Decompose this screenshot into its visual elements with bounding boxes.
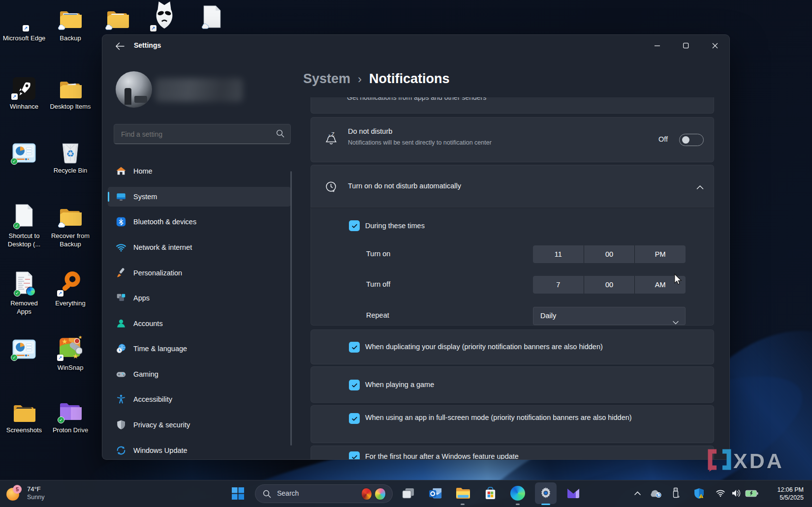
desktop-icon-backup[interactable]: Backup <box>49 4 92 42</box>
sync-check-icon: ✓ <box>11 354 18 361</box>
sync-check-icon: ✓ <box>13 222 20 229</box>
turn-off-hour[interactable]: 7 <box>533 276 584 294</box>
sidebar-item-gaming[interactable]: Gaming <box>108 364 291 384</box>
turn-on-time-picker[interactable]: 11 00 PM <box>533 245 686 263</box>
xda-text: XDA <box>733 449 784 473</box>
search-box[interactable] <box>114 124 291 144</box>
sidebar-item-accessibility[interactable]: Accessibility <box>108 389 291 409</box>
toggle-knob <box>682 136 689 144</box>
maximize-button[interactable] <box>675 37 697 55</box>
desktop-icon-desktop-items[interactable]: Desktop Items <box>49 72 92 111</box>
taskbar-search[interactable]: Search <box>255 484 393 503</box>
minimize-button[interactable] <box>646 37 669 55</box>
windows-security-shield-icon[interactable] <box>691 485 707 501</box>
turn-on-hour[interactable]: 11 <box>533 245 584 263</box>
microsoft-store-button[interactable] <box>482 485 498 501</box>
turn-on-minute[interactable]: 00 <box>584 245 635 263</box>
battery-icon[interactable] <box>744 485 759 501</box>
desktop-icon-shortcut-to-desktop[interactable]: ✓ Shortcut to Desktop (... <box>2 202 46 248</box>
svg-text:★: ★ <box>62 337 67 345</box>
start-button[interactable] <box>230 485 246 501</box>
playing-game-checkbox[interactable] <box>349 380 360 390</box>
turn-off-label: Turn off <box>366 280 390 288</box>
settings-taskbar-button[interactable] <box>535 482 557 504</box>
sidebar-item-windows-update[interactable]: Windows Update <box>108 441 291 460</box>
shortcut-arrow-icon: ↗ <box>23 25 29 31</box>
desktop-icon-winhance[interactable]: ↗ Winhance <box>2 72 46 111</box>
dnd-bell-icon: zZ <box>324 132 339 149</box>
tray-clock[interactable]: 12:06 PM 5/5/2025 <box>777 486 804 502</box>
desktop-icon-document[interactable] <box>190 3 234 33</box>
close-button[interactable] <box>704 37 726 55</box>
turn-off-time-picker[interactable]: 7 00 AM <box>533 276 686 294</box>
sidebar-item-network-internet[interactable]: Network & internet <box>108 238 291 257</box>
desktop-icon-recover-from-backup[interactable]: Recover from Backup <box>49 202 92 248</box>
during-these-times-checkbox[interactable] <box>349 220 360 231</box>
sidebar-item-bluetooth-devices[interactable]: Bluetooth & devices <box>108 212 291 232</box>
notifications-row-clipped[interactable]: Get notifications from apps and other se… <box>311 97 714 114</box>
task-view-icon <box>402 487 415 500</box>
store-icon <box>484 487 497 500</box>
desktop-icon-microsoft-edge[interactable]: ↗ Microsoft Edge <box>2 4 46 42</box>
weather-widget[interactable]: 5 74°F Sunny <box>6 484 44 502</box>
file-explorer-icon <box>456 487 470 500</box>
edge-button[interactable] <box>510 485 526 501</box>
desktop-icon-folder[interactable] <box>96 4 139 34</box>
feature-update-checkbox[interactable] <box>349 451 360 460</box>
duplicating-display-checkbox[interactable] <box>349 342 360 353</box>
tray-chevron-up-icon[interactable] <box>632 485 642 501</box>
condition-row-feature-update[interactable]: For the first hour after a Windows featu… <box>311 446 714 460</box>
turn-off-minute[interactable]: 00 <box>584 276 635 294</box>
wifi-tray-icon[interactable] <box>715 485 726 501</box>
desktop-icon-everything[interactable]: ↗ Everything <box>49 269 92 307</box>
usb-icon[interactable] <box>670 485 681 501</box>
sidebar-item-label: Privacy & security <box>133 421 190 429</box>
condition-label: When duplicating your display (priority … <box>365 341 705 353</box>
sidebar-item-time-language[interactable]: Time & language <box>108 339 291 358</box>
chevron-up-icon[interactable] <box>696 183 704 192</box>
desktop-icon-winsnap[interactable]: ★★★ ↗ WinSnap <box>49 333 92 372</box>
condition-row-fullscreen-app[interactable]: When using an app in full-screen mode (p… <box>311 405 714 443</box>
gear-icon <box>539 487 552 500</box>
turn-on-period[interactable]: PM <box>635 245 686 263</box>
sidebar-item-home[interactable]: Home <box>108 161 291 181</box>
condition-row-playing-game[interactable]: When playing a game <box>311 366 714 403</box>
clock-time: 12:06 PM <box>777 486 804 494</box>
condition-row-duplicating-display[interactable]: When duplicating your display (priority … <box>311 329 714 364</box>
desktop-icon-recycle-bin[interactable]: ♻ Recycle Bin <box>49 134 92 175</box>
repeat-dropdown[interactable]: Daily <box>533 307 686 325</box>
desktop-icon-proton-drive[interactable]: ✓ Proton Drive <box>49 396 92 434</box>
desktop-icon-foobar2000[interactable]: ↗ <box>143 1 186 34</box>
file-explorer-button[interactable] <box>455 485 471 501</box>
sidebar-item-accounts[interactable]: Accounts <box>108 314 291 333</box>
desktop-icon-system-tool[interactable]: ✓ <box>2 137 46 167</box>
dnd-toggle[interactable] <box>679 134 704 146</box>
outlook-button[interactable] <box>428 485 443 501</box>
sidebar-scrollbar[interactable] <box>290 171 292 446</box>
avatar[interactable] <box>116 71 152 108</box>
breadcrumb-parent[interactable]: System <box>303 71 350 87</box>
sidebar-item-privacy-security[interactable]: Privacy & security <box>108 415 291 435</box>
volume-icon[interactable] <box>730 485 742 501</box>
sidebar-item-personalization[interactable]: Personalization <box>108 263 291 283</box>
search-icon[interactable] <box>276 129 284 140</box>
auto-dnd-header[interactable]: Turn on do not disturb automatically <box>311 165 714 208</box>
proton-mail-button[interactable] <box>565 485 581 501</box>
desktop-icon-system-tool-2[interactable]: ✓ <box>2 333 46 363</box>
dnd-toggle-label: Off <box>658 135 668 143</box>
fullscreen-app-checkbox[interactable] <box>349 413 360 424</box>
search-input[interactable] <box>120 124 270 144</box>
desktop-icon-removed-apps[interactable]: ✓ Removed Apps <box>2 269 46 316</box>
auto-dnd-title: Turn on do not disturb automatically <box>348 182 461 190</box>
task-view-button[interactable] <box>400 485 416 501</box>
sidebar-item-system[interactable]: System <box>108 187 291 207</box>
desktop-icon-label: Backup <box>49 34 92 42</box>
do-not-disturb-row[interactable]: zZ Do not disturb Notifications will be … <box>311 117 714 162</box>
content-scroll-area[interactable]: Get notifications from apps and other se… <box>299 97 730 460</box>
shortcut-arrow-icon: ↗ <box>57 290 63 297</box>
sidebar-item-label: Time & language <box>133 345 187 353</box>
onedrive-icon[interactable] <box>648 485 663 501</box>
sidebar-item-apps[interactable]: Apps <box>108 288 291 308</box>
xda-watermark: XDA <box>706 448 784 473</box>
desktop-icon-screenshots[interactable]: Screenshots <box>2 396 46 434</box>
